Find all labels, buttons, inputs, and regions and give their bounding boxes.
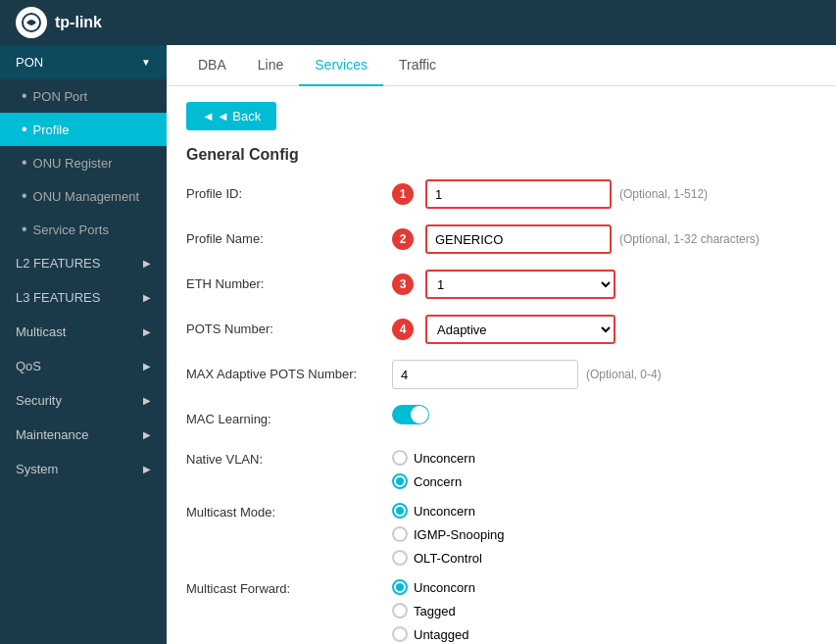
eth-number-label: ETH Number: bbox=[186, 270, 392, 291]
logo-text: tp-link bbox=[55, 14, 102, 31]
mac-learning-wrapper bbox=[392, 405, 429, 424]
sidebar-pon-label: PON bbox=[16, 55, 43, 70]
sidebar-item-maintenance[interactable]: Maintenance ▶ bbox=[0, 418, 167, 452]
chevron-right-icon: ▶ bbox=[143, 361, 151, 372]
sidebar-pon-port-label: PON Port bbox=[33, 89, 88, 104]
sidebar-maintenance-label: Maintenance bbox=[16, 427, 88, 442]
multicast-mode-igmp[interactable]: IGMP-Snooping bbox=[392, 526, 505, 542]
eth-number-wrapper: 3 1 2 4 8 bbox=[392, 270, 615, 299]
pots-number-select[interactable]: Adaptive 0 1 2 3 4 bbox=[425, 315, 615, 344]
profile-id-hint: (Optional, 1-512) bbox=[619, 187, 708, 201]
eth-number-row: ETH Number: 3 1 2 4 8 bbox=[186, 270, 816, 301]
profile-id-input[interactable] bbox=[425, 179, 612, 209]
sidebar-item-onu-management[interactable]: • ONU Management bbox=[0, 179, 167, 213]
multicast-mode-unconcern[interactable]: Unconcern bbox=[392, 503, 505, 519]
sidebar-onu-register-label: ONU Register bbox=[33, 156, 113, 171]
radio-label: OLT-Control bbox=[414, 551, 482, 566]
back-button[interactable]: ◄ ◄ Back bbox=[186, 102, 276, 130]
chevron-down-icon: ▼ bbox=[141, 57, 151, 68]
step-badge-4: 4 bbox=[392, 319, 414, 340]
multicast-forward-untagged[interactable]: Untagged bbox=[392, 626, 475, 642]
max-adaptive-wrapper: (Optional, 0-4) bbox=[392, 360, 662, 389]
logo: tp-link bbox=[16, 7, 102, 38]
radio-circle bbox=[392, 603, 408, 619]
radio-circle-selected bbox=[392, 473, 408, 489]
sidebar-item-pon-port[interactable]: • PON Port bbox=[0, 79, 167, 113]
native-vlan-row: Native VLAN: Unconcern Concern bbox=[186, 450, 816, 489]
tab-traffic[interactable]: Traffic bbox=[383, 45, 452, 86]
profile-id-row: Profile ID: 1 (Optional, 1-512) bbox=[186, 179, 816, 211]
native-vlan-concern[interactable]: Concern bbox=[392, 473, 475, 489]
step-badge-3: 3 bbox=[392, 273, 414, 295]
chevron-right-icon: ▶ bbox=[143, 429, 151, 440]
toggle-knob bbox=[411, 406, 428, 423]
radio-label: Tagged bbox=[414, 604, 456, 619]
sidebar-l3-label: L3 FEATURES bbox=[16, 290, 100, 305]
radio-label: Unconcern bbox=[414, 504, 475, 519]
multicast-forward-unconcorn[interactable]: Unconcorn bbox=[392, 579, 475, 595]
dot-icon: • bbox=[22, 222, 27, 237]
radio-circle bbox=[392, 450, 408, 466]
max-adaptive-hint: (Optional, 0-4) bbox=[586, 368, 662, 381]
pots-number-wrapper: 4 Adaptive 0 1 2 3 4 bbox=[392, 315, 615, 344]
dot-icon: • bbox=[22, 122, 27, 137]
profile-name-row: Profile Name: 2 (Optional, 1-32 characte… bbox=[186, 224, 816, 256]
tab-bar: DBA Line Services Traffic bbox=[167, 45, 836, 86]
multicast-forward-tagged[interactable]: Tagged bbox=[392, 603, 475, 619]
eth-number-select[interactable]: 1 2 4 8 bbox=[425, 270, 615, 299]
mac-learning-row: MAC Learning: bbox=[186, 405, 816, 436]
sidebar-security-label: Security bbox=[16, 393, 62, 408]
tab-line[interactable]: Line bbox=[242, 45, 299, 86]
content-area: ◄ ◄ Back General Config Profile ID: 1 (O… bbox=[167, 86, 836, 644]
multicast-forward-label: Multicast Forward: bbox=[186, 579, 392, 596]
native-vlan-label: Native VLAN: bbox=[186, 450, 392, 467]
profile-name-input[interactable] bbox=[425, 224, 612, 254]
header: tp-link bbox=[0, 0, 836, 45]
multicast-forward-row: Multicast Forward: Unconcorn Tagged Unta… bbox=[186, 579, 816, 642]
profile-name-wrapper: 2 (Optional, 1-32 characters) bbox=[392, 224, 760, 254]
sidebar-item-profile[interactable]: • Profile bbox=[0, 113, 167, 146]
profile-name-hint: (Optional, 1-32 characters) bbox=[619, 232, 760, 246]
sidebar-item-service-ports[interactable]: • Service Ports bbox=[0, 213, 167, 246]
radio-circle-selected bbox=[392, 579, 408, 595]
step-badge-1: 1 bbox=[392, 183, 414, 205]
step-badge-2: 2 bbox=[392, 228, 414, 250]
sidebar-item-qos[interactable]: QoS ▶ bbox=[0, 349, 167, 383]
sidebar-item-l2-features[interactable]: L2 FEATURES ▶ bbox=[0, 246, 167, 280]
mac-learning-toggle[interactable] bbox=[392, 405, 429, 424]
multicast-mode-olt[interactable]: OLT-Control bbox=[392, 550, 505, 566]
sidebar-system-label: System bbox=[16, 462, 58, 476]
sidebar-item-l3-features[interactable]: L3 FEATURES ▶ bbox=[0, 280, 167, 315]
native-vlan-unconcern[interactable]: Unconcern bbox=[392, 450, 475, 466]
sidebar-qos-label: QoS bbox=[16, 359, 41, 373]
sidebar-item-onu-register[interactable]: • ONU Register bbox=[0, 146, 167, 179]
sidebar: PON ▼ • PON Port • Profile • ONU Registe… bbox=[0, 45, 167, 644]
radio-circle-selected bbox=[392, 503, 408, 519]
dot-icon: • bbox=[22, 88, 27, 104]
sidebar-item-multicast[interactable]: Multicast ▶ bbox=[0, 315, 167, 349]
dot-icon: • bbox=[22, 188, 27, 204]
tab-dba[interactable]: DBA bbox=[182, 45, 242, 86]
sidebar-multicast-label: Multicast bbox=[16, 324, 66, 339]
tab-services[interactable]: Services bbox=[299, 45, 383, 86]
profile-id-label: Profile ID: bbox=[186, 179, 392, 201]
multicast-mode-label: Multicast Mode: bbox=[186, 503, 392, 520]
radio-label: Untagged bbox=[414, 627, 468, 642]
radio-label: Unconcern bbox=[414, 451, 475, 466]
sidebar-item-system[interactable]: System ▶ bbox=[0, 452, 167, 486]
radio-label: Unconcorn bbox=[414, 580, 475, 595]
sidebar-item-security[interactable]: Security ▶ bbox=[0, 383, 167, 418]
max-adaptive-label: MAX Adaptive POTS Number: bbox=[186, 360, 392, 381]
logo-icon bbox=[16, 7, 47, 38]
pots-number-label: POTS Number: bbox=[186, 315, 392, 336]
sidebar-item-pon[interactable]: PON ▼ bbox=[0, 45, 167, 79]
dot-icon: • bbox=[22, 155, 27, 171]
sidebar-service-ports-label: Service Ports bbox=[33, 223, 109, 237]
radio-circle bbox=[392, 626, 408, 642]
max-adaptive-input[interactable] bbox=[392, 360, 578, 389]
back-arrow-icon: ◄ bbox=[202, 109, 215, 124]
sidebar-onu-mgmt-label: ONU Management bbox=[33, 189, 139, 204]
chevron-right-icon: ▶ bbox=[143, 326, 151, 337]
profile-name-label: Profile Name: bbox=[186, 224, 392, 246]
main-content: DBA Line Services Traffic ◄ ◄ Back Gener… bbox=[167, 45, 836, 644]
